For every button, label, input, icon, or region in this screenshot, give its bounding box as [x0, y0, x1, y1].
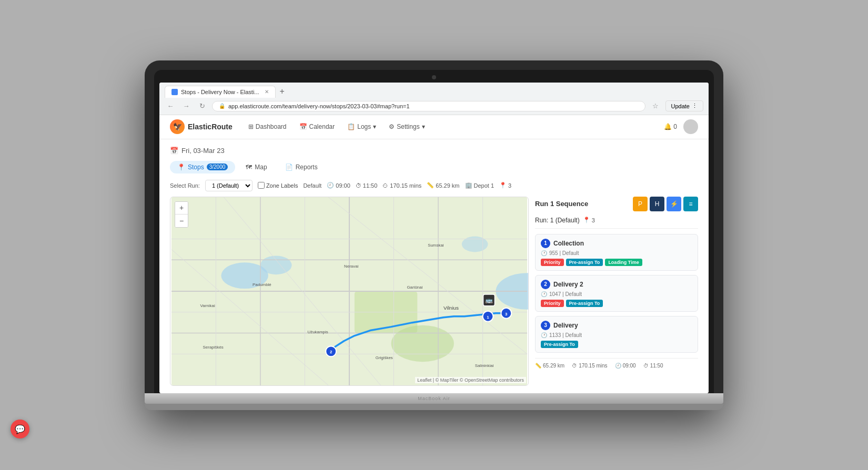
stop-tags: Priority Pre-assign To Loading Time: [541, 259, 692, 266]
logs-icon: 📋: [347, 123, 355, 130]
priority-tag: Priority: [541, 259, 564, 266]
hold-action-btn[interactable]: H: [650, 197, 664, 211]
tab-stops[interactable]: 📍 Stops 3/2000: [170, 161, 235, 173]
stop-item[interactable]: 1 Collection 🕐 955 | Default Priority Pr…: [535, 234, 698, 271]
dashboard-icon: ⊞: [248, 123, 254, 130]
nav-calendar[interactable]: 📅 Calendar: [294, 121, 340, 132]
toolbar-time-end: ⏱ 11:50: [356, 182, 378, 189]
content-area: Vilnius Serapiškės Padumblė Užukampis Gr…: [170, 197, 698, 386]
svg-text:2: 2: [330, 350, 332, 354]
svg-text:Vilnius: Vilnius: [443, 304, 459, 310]
svg-text:3: 3: [505, 311, 508, 316]
run-info-row: Run: 1 (Default) 📍 3: [535, 217, 698, 229]
settings-icon: ⚙: [389, 123, 395, 130]
nav-logs[interactable]: 📋 Logs ▾: [342, 121, 381, 132]
svg-point-6: [391, 325, 454, 362]
notification-badge[interactable]: 🔔 0: [664, 123, 677, 130]
map-svg: Vilnius Serapiškės Padumblė Užukampis Gr…: [170, 197, 528, 385]
map-zoom-controls: + −: [175, 201, 188, 228]
depot-icon: 🏢: [465, 182, 472, 189]
tab-map[interactable]: 🗺 Map: [238, 161, 274, 173]
zone-labels-checkbox[interactable]: [258, 182, 265, 189]
svg-text:Salininkiai: Salininkiai: [475, 363, 494, 368]
back-btn[interactable]: ←: [165, 100, 176, 112]
select-run-label: Select Run:: [170, 182, 200, 189]
forward-btn[interactable]: →: [180, 100, 192, 112]
browser-tab[interactable]: Stops - Delivery Now - Elasti... ✕: [165, 86, 276, 98]
tab-reports[interactable]: 📄 Reports: [278, 161, 325, 173]
priority-action-btn[interactable]: P: [633, 197, 648, 211]
footer-time-end: ⏱ 11:50: [643, 363, 663, 369]
laptop-base: [145, 393, 723, 404]
address-bar[interactable]: 🔒 app.elasticroute.com/team/delivery-now…: [212, 101, 645, 111]
stop-item[interactable]: 3 Delivery 🕐 1133 | Default Pre-assign T…: [535, 316, 698, 353]
stop-header: 1 Collection: [541, 239, 692, 248]
svg-text:Padumblė: Padumblė: [253, 282, 271, 287]
flash-action-btn[interactable]: ⚡: [667, 197, 681, 211]
stops-icon: 📍: [499, 182, 507, 189]
new-tab-btn[interactable]: +: [277, 87, 288, 96]
pre-assign-tag: Pre-assign To: [566, 300, 603, 307]
run-label: Run: 1 (Default): [535, 217, 580, 224]
zoom-out-btn[interactable]: −: [175, 214, 188, 227]
logo: 🦅 ElasticRoute: [170, 119, 233, 134]
clock-icon: 🕘: [327, 182, 334, 189]
run-select[interactable]: 1 (Default): [205, 180, 253, 191]
browser-chrome: Stops - Delivery Now - Elasti... ✕ + ← →…: [159, 83, 709, 115]
right-panel: Run 1 Sequence P H ⚡ ≡ Run: 1 (Default): [535, 197, 698, 386]
panel-footer: 📏 65.29 km ⏱ 170.15 mins 🕘 09:00: [535, 358, 698, 369]
nav-settings[interactable]: ⚙ Settings ▾: [383, 121, 430, 132]
stop-header: 3 Delivery: [541, 321, 692, 330]
main-content: 📅 Fri, 03-Mar 23 📍 Stops 3/2000 🗺 Map: [159, 139, 709, 393]
end-clock-icon: ⏱: [643, 363, 649, 369]
refresh-btn[interactable]: ↻: [196, 100, 208, 112]
stop-meta: 🕐 955 | Default: [541, 250, 692, 256]
map-icon: 🗺: [246, 164, 252, 171]
list-action-btn[interactable]: ≡: [683, 197, 698, 211]
pre-assign-tag: Pre-assign To: [541, 341, 578, 348]
svg-text:Sumskai: Sumskai: [428, 243, 444, 248]
reports-icon: 📄: [285, 164, 293, 171]
update-dropdown-icon: ⋮: [692, 103, 698, 109]
stop-number: 2: [541, 280, 550, 289]
bookmark-btn[interactable]: ☆: [650, 100, 661, 112]
calendar-icon: 📅: [170, 147, 178, 155]
page-tabs: 📍 Stops 3/2000 🗺 Map 📄 Reports: [170, 161, 698, 173]
map-container[interactable]: Vilnius Serapiškės Padumblė Užukampis Gr…: [170, 197, 529, 386]
pin-icon: 📍: [583, 217, 590, 223]
panel-title: Run 1 Sequence: [535, 200, 588, 208]
svg-point-2: [260, 256, 292, 274]
svg-text:Varnikai: Varnikai: [200, 303, 215, 308]
logs-dropdown-icon: ▾: [373, 123, 376, 130]
toolbar-duration: ⏲ 170.15 mins: [382, 182, 421, 189]
distance-icon: 📏: [535, 363, 541, 369]
stop-number: 1: [541, 239, 550, 248]
svg-text:Gariūnai: Gariūnai: [407, 285, 422, 290]
url-text: app.elasticroute.com/team/delivery-now/s…: [228, 103, 410, 109]
update-button[interactable]: Update ⋮: [665, 100, 703, 111]
user-avatar[interactable]: [683, 119, 698, 134]
panel-stops-count: 3: [592, 217, 595, 223]
panel-actions: P H ⚡ ≡: [633, 197, 698, 211]
stop-clock-icon: 🕐: [541, 250, 547, 256]
stop-tags: Pre-assign To: [541, 341, 692, 348]
toolbar-depot: 🏢 Depot 1: [465, 182, 494, 189]
duration-icon: ⏱: [572, 363, 577, 369]
priority-tag: Priority: [541, 300, 564, 307]
nav-dashboard[interactable]: ⊞ Dashboard: [243, 121, 292, 132]
calendar-icon: 📅: [299, 123, 307, 130]
stop-clock-icon: 🕐: [541, 291, 547, 297]
zoom-in-btn[interactable]: +: [175, 202, 188, 214]
pre-assign-tag: Pre-assign To: [566, 259, 603, 266]
bell-icon: 🔔: [664, 123, 672, 130]
panel-header: Run 1 Sequence P H ⚡ ≡: [535, 197, 698, 211]
stop-tags: Priority Pre-assign To: [541, 300, 692, 307]
stop-item[interactable]: 2 Delivery 2 🕐 1047 | Default Priority P…: [535, 275, 698, 312]
tab-close-btn[interactable]: ✕: [265, 89, 269, 95]
logo-icon: 🦅: [170, 119, 185, 134]
stops-icon: 📍: [177, 164, 185, 171]
logo-text: ElasticRoute: [188, 122, 233, 131]
stop-meta: 🕐 1133 | Default: [541, 332, 692, 338]
default-text: Default: [303, 182, 321, 189]
toolbar-row: Select Run: 1 (Default) Zone Labels Defa…: [170, 180, 698, 191]
